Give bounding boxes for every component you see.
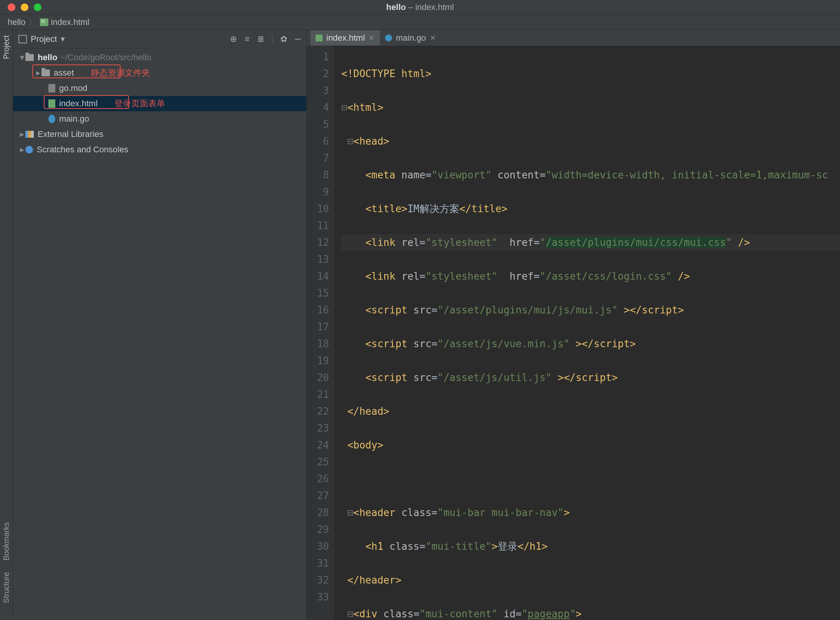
html-file-icon bbox=[316, 35, 322, 41]
chevron-right-icon[interactable]: ▸ bbox=[35, 65, 41, 81]
editor-tabbar: index.html ✕ main.go ✕ bbox=[307, 30, 840, 46]
tree-label: External Libraries bbox=[38, 127, 103, 142]
tree-root[interactable]: ▾ hello ~/Code/goRoot/src/hello bbox=[13, 50, 306, 65]
project-panel: Project ▾ ⊕ ≡ ≣ ✿ ▾ hello bbox=[13, 30, 307, 620]
go-file-icon bbox=[385, 35, 392, 41]
expand-all-icon[interactable]: ≡ bbox=[245, 34, 250, 44]
minimize-window-icon[interactable] bbox=[21, 3, 28, 11]
tree-label: main.go bbox=[59, 111, 89, 127]
file-icon bbox=[48, 84, 55, 92]
annotation-index: 登录页面表单 bbox=[114, 96, 165, 111]
chevron-right-icon: 〉 bbox=[28, 16, 37, 28]
tab-index-html[interactable]: index.html ✕ bbox=[311, 30, 380, 46]
go-file-icon bbox=[48, 115, 55, 123]
scratches-icon bbox=[25, 146, 33, 153]
tree-external-libraries[interactable]: ▸ External Libraries bbox=[13, 127, 306, 142]
project-panel-header: Project ▾ ⊕ ≡ ≣ ✿ bbox=[13, 30, 306, 48]
tab-label: main.go bbox=[396, 33, 426, 43]
tool-tab-structure[interactable]: Structure bbox=[2, 572, 11, 603]
chevron-down-icon[interactable]: ▾ bbox=[18, 50, 25, 65]
hide-panel-icon[interactable] bbox=[295, 39, 301, 40]
tree-root-path: ~/Code/goRoot/src/hello bbox=[60, 50, 151, 65]
window-title-file: index.html bbox=[415, 2, 454, 12]
main-area: Project Bookmarks Structure Project ▾ ⊕ … bbox=[0, 30, 840, 620]
tree-file-gomod[interactable]: go.mod bbox=[13, 81, 306, 96]
code-editor[interactable]: 1234567891011121314151617181920212223242… bbox=[307, 46, 840, 620]
code-content[interactable]: <!DOCTYPE html> ⊟<html> ⊟<head> <meta na… bbox=[334, 46, 840, 620]
window-title-project: hello bbox=[386, 2, 406, 12]
annotation-asset: 静态资源文件夹 bbox=[91, 65, 150, 81]
project-panel-title[interactable]: Project bbox=[31, 34, 57, 44]
locate-icon[interactable]: ⊕ bbox=[230, 34, 237, 44]
close-window-icon[interactable] bbox=[8, 3, 15, 11]
maximize-window-icon[interactable] bbox=[34, 3, 41, 11]
close-icon[interactable]: ✕ bbox=[430, 34, 436, 42]
project-view-icon[interactable] bbox=[18, 35, 27, 43]
editor-area: index.html ✕ main.go ✕ 12345678910111213… bbox=[307, 30, 840, 620]
left-tool-strip: Project Bookmarks Structure bbox=[0, 30, 13, 620]
collapse-all-icon[interactable]: ≣ bbox=[257, 34, 264, 44]
folder-icon bbox=[25, 54, 34, 61]
project-tree[interactable]: ▾ hello ~/Code/goRoot/src/hello ▸ asset … bbox=[13, 48, 306, 620]
tool-tab-project[interactable]: Project bbox=[2, 35, 11, 59]
breadcrumb: hello 〉 index.html bbox=[0, 15, 840, 30]
chevron-right-icon[interactable]: ▸ bbox=[18, 127, 25, 142]
dropdown-icon[interactable]: ▾ bbox=[61, 34, 65, 44]
window-controls bbox=[8, 3, 41, 11]
tree-label: index.html bbox=[59, 96, 98, 111]
title-bar: hello – index.html bbox=[0, 0, 840, 15]
tree-file-index-html[interactable]: index.html 登录页面表单 bbox=[13, 96, 306, 111]
settings-icon[interactable]: ✿ bbox=[280, 34, 287, 44]
tree-root-label: hello bbox=[38, 50, 57, 65]
tree-label: go.mod bbox=[59, 81, 87, 96]
html-file-icon bbox=[48, 99, 55, 108]
tree-label: asset bbox=[54, 65, 74, 81]
window-title: hello – index.html bbox=[386, 2, 454, 12]
library-icon bbox=[25, 131, 34, 138]
tab-label: index.html bbox=[326, 33, 365, 43]
divider bbox=[272, 35, 273, 43]
app-root: hello – index.html hello 〉 index.html Pr… bbox=[0, 0, 840, 620]
breadcrumb-root[interactable]: hello bbox=[8, 17, 25, 27]
tree-folder-asset[interactable]: ▸ asset 静态资源文件夹 bbox=[13, 65, 306, 81]
close-icon[interactable]: ✕ bbox=[369, 34, 374, 42]
tree-label: Scratches and Consoles bbox=[37, 142, 128, 157]
folder-icon bbox=[41, 69, 50, 76]
chevron-right-icon[interactable]: ▸ bbox=[18, 142, 25, 157]
tree-scratches[interactable]: ▸ Scratches and Consoles bbox=[13, 142, 306, 157]
tree-file-main-go[interactable]: main.go bbox=[13, 111, 306, 127]
tab-main-go[interactable]: main.go ✕ bbox=[380, 30, 441, 46]
breadcrumb-file[interactable]: index.html bbox=[51, 17, 89, 27]
html-file-icon bbox=[40, 18, 48, 26]
line-gutter: 1234567891011121314151617181920212223242… bbox=[307, 46, 334, 620]
tool-tab-bookmarks[interactable]: Bookmarks bbox=[2, 522, 11, 561]
